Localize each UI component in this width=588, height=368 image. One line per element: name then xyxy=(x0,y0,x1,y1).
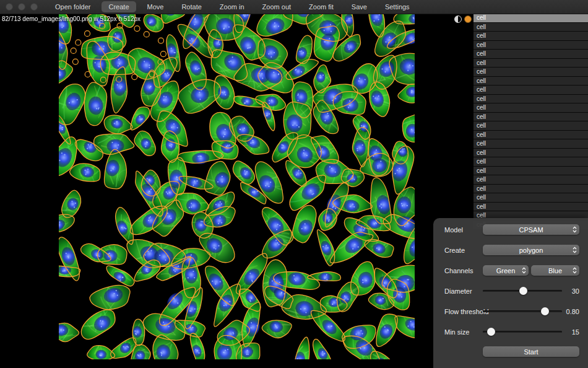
flow-threshold-slider[interactable] xyxy=(483,306,562,317)
start-row: Start xyxy=(444,346,579,357)
flow-threshold-row: Flow threshold 0.80 xyxy=(444,306,579,317)
toolbar-zoom-in-button[interactable]: Zoom in xyxy=(213,1,251,12)
toolbar-settings-button[interactable]: Settings xyxy=(378,1,417,12)
min-size-label: Min size xyxy=(444,328,469,336)
model-label: Model xyxy=(444,226,463,234)
slider-knob[interactable] xyxy=(541,307,549,315)
channel-green-value: Green xyxy=(496,267,516,274)
diameter-value: 30 xyxy=(572,287,579,295)
create-dropdown-value: polygon xyxy=(519,247,543,254)
mask-opacity-icon[interactable] xyxy=(454,15,462,23)
cell-list-item[interactable]: cell xyxy=(473,175,588,185)
cell-list-item[interactable]: cell xyxy=(473,185,588,194)
create-label: Create xyxy=(444,247,465,254)
cell-list-item[interactable]: cell xyxy=(473,85,588,95)
cell-list-item[interactable]: cell xyxy=(473,41,588,50)
slider-knob[interactable] xyxy=(519,287,527,295)
channel-green-dropdown[interactable]: Green xyxy=(483,265,529,276)
start-button[interactable]: Start xyxy=(483,346,579,357)
cell-list-item[interactable]: cell xyxy=(473,131,588,140)
cell-list-item[interactable]: cell xyxy=(473,95,588,104)
microscopy-image[interactable] xyxy=(59,14,415,359)
cell-list-item[interactable]: cell xyxy=(473,103,588,113)
cell-list-item[interactable]: cell xyxy=(473,157,588,167)
cell-list-item[interactable]: cell xyxy=(473,139,588,149)
create-row: Create polygon xyxy=(444,245,579,256)
channel-blue-value: Blue xyxy=(548,267,562,274)
toolbar-rotate-button[interactable]: Rotate xyxy=(175,1,208,12)
toolbar-create-button[interactable]: Create xyxy=(102,1,136,12)
model-row: Model CPSAM xyxy=(444,224,579,235)
cell-list-item[interactable]: cell xyxy=(473,121,588,131)
toolbar-move-button[interactable]: Move xyxy=(141,1,171,12)
flow-threshold-label: Flow threshold xyxy=(444,308,489,315)
cell-list-item[interactable]: cell xyxy=(473,14,588,23)
channel-blue-dropdown[interactable]: Blue xyxy=(531,265,579,276)
toolbar-open-folder-button[interactable]: Open folder xyxy=(48,1,97,12)
channels-label: Channels xyxy=(444,267,473,274)
min-size-row: Min size 15 xyxy=(444,326,579,338)
cell-list-item[interactable]: cell xyxy=(473,23,588,32)
slider-track xyxy=(483,310,562,312)
toolbar: Open folder Create Move Rotate Zoom in Z… xyxy=(0,0,588,14)
cell-list-item[interactable]: cell xyxy=(473,59,588,68)
cell-list-item[interactable]: cell xyxy=(473,32,588,41)
diameter-label: Diameter xyxy=(444,287,472,295)
cell-list-item[interactable]: cell xyxy=(473,193,588,203)
model-dropdown-value: CPSAM xyxy=(519,226,543,234)
chevron-updown-icon xyxy=(573,267,577,274)
chevron-updown-icon xyxy=(522,267,526,274)
min-size-value: 15 xyxy=(572,328,579,336)
diameter-slider[interactable] xyxy=(483,286,562,296)
mask-display-controls xyxy=(454,15,472,23)
segmentation-panel: Model CPSAM Create polygon Channels Gree… xyxy=(433,218,588,368)
create-dropdown[interactable]: polygon xyxy=(483,245,579,255)
traffic-lights xyxy=(6,3,38,11)
cell-list-item[interactable]: cell xyxy=(473,77,588,86)
maximize-window-button[interactable] xyxy=(30,3,38,11)
cell-list-item[interactable]: cell xyxy=(473,50,588,59)
toolbar-save-button[interactable]: Save xyxy=(345,1,374,12)
toolbar-zoom-out-button[interactable]: Zoom out xyxy=(256,1,298,12)
cell-list-item[interactable]: cell xyxy=(473,113,588,122)
image-status-text: 82/713 demo_images/img00.png w 512px h 5… xyxy=(2,15,141,22)
min-size-slider[interactable] xyxy=(483,326,562,337)
minimize-window-button[interactable] xyxy=(18,3,25,11)
chevron-updown-icon xyxy=(573,247,577,253)
cell-list-item[interactable]: cell xyxy=(473,167,588,176)
outline-color-swatch-icon[interactable] xyxy=(464,15,472,23)
flow-threshold-value: 0.80 xyxy=(566,308,579,315)
slider-knob[interactable] xyxy=(487,328,495,336)
diameter-row: Diameter 30 xyxy=(444,286,579,297)
cell-list-item[interactable]: cell xyxy=(473,68,588,77)
cell-list-item[interactable]: cell xyxy=(473,203,588,212)
close-window-button[interactable] xyxy=(6,3,13,11)
chevron-updown-icon xyxy=(573,226,577,233)
toolbar-zoom-fit-button[interactable]: Zoom fit xyxy=(302,1,340,12)
cell-list-item[interactable]: cell xyxy=(473,149,588,158)
channels-row: Channels Green Blue xyxy=(444,265,579,276)
model-dropdown[interactable]: CPSAM xyxy=(483,224,579,235)
